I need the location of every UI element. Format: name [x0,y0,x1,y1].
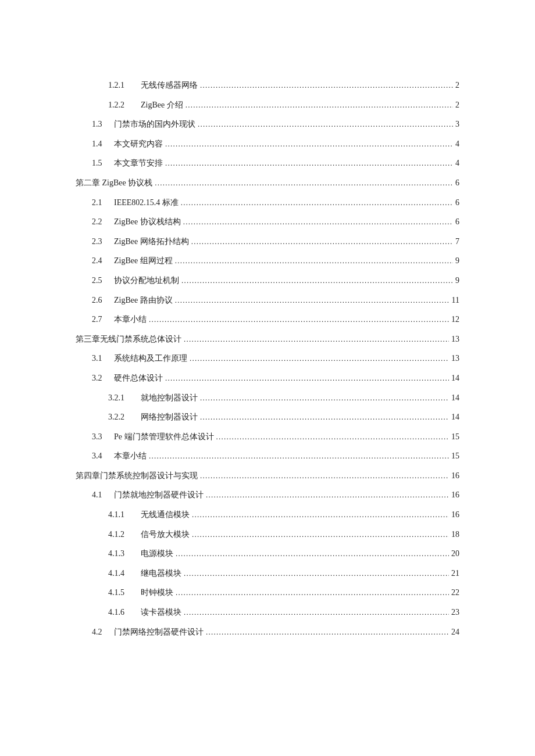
toc-entry-page: 22 [449,583,459,603]
toc-leader-dots [176,544,449,564]
toc-entry-number: 1.2.1 [108,76,141,95]
toc-entry-label: 门禁就地控制器硬件设计 [114,485,206,505]
toc-entry: 2.3ZigBee 网络拓扑结构7 [76,232,459,252]
toc-entry-label: 第四章门禁系统控制器设计与实现 [76,466,200,486]
toc-entry: 4.1.6读卡器模块23 [76,603,459,622]
toc-leader-dots [190,349,449,368]
toc-entry-page: 4 [453,134,459,154]
toc-entry-page: 15 [449,446,459,466]
toc-entry-label: ZigBee 介绍 [141,95,186,115]
toc-entry-number: 4.1.1 [108,505,141,525]
toc-leader-dots [200,76,453,95]
toc-entry: 4.1.2信号放大模块18 [76,525,459,544]
toc-leader-dots [192,525,449,544]
toc-entry-page: 2 [453,76,459,95]
toc-entry-label: 信号放大模块 [141,525,192,544]
toc-entry-label: 本章小结 [114,310,149,329]
toc-entry-page: 13 [449,329,459,349]
toc-entry-number: 1.4 [92,134,114,154]
toc-entry: 3.2硬件总体设计14 [76,368,459,388]
toc-entry: 4.2门禁网络控制器硬件设计24 [76,622,459,642]
toc-entry: 2.5协议分配地址机制9 [76,271,459,291]
toc-entry-page: 13 [449,349,459,368]
toc-entry: 4.1.5时钟模块22 [76,583,459,603]
toc-entry-label: 硬件总体设计 [114,368,165,388]
toc-leader-dots [165,368,449,388]
toc-entry-number: 1.3 [92,114,114,134]
toc-entry-page: 14 [449,407,459,427]
toc-entry: 3.1系统结构及工作原理13 [76,349,459,368]
toc-leader-dots [192,505,449,525]
toc-entry-label: 无线通信模块 [141,505,192,525]
toc-entry-number: 3.2 [92,368,114,388]
toc-entry-page: 12 [449,310,459,329]
toc-entry-number: 4.1.2 [108,525,141,544]
toc-leader-dots [200,388,449,408]
toc-entry-page: 20 [449,544,459,564]
toc-entry: 4.1门禁就地控制器硬件设计16 [76,485,459,505]
toc-entry: 4.1.3电源模块20 [76,544,459,564]
table-of-contents: 1.2.1无线传感器网络21.2.2ZigBee 介绍21.3门禁市场的国内外现… [76,76,459,642]
toc-entry-label: 本文章节安排 [114,153,165,173]
toc-entry-label: ZigBee 协议栈结构 [114,212,183,232]
toc-entry-label: Pe 端门禁管理软件总体设计 [114,427,216,447]
toc-entry-label: 时钟模块 [141,583,176,603]
toc-entry: 1.5本文章节安排4 [76,153,459,173]
toc-leader-dots [198,114,453,134]
toc-entry-number: 2.2 [92,212,114,232]
toc-leader-dots [181,193,453,213]
toc-leader-dots [149,310,449,329]
toc-entry: 3.2.2网络控制器设计14 [76,407,459,427]
toc-leader-dots [181,271,453,291]
toc-entry: 2.6ZigBee 路由协议11 [76,291,459,310]
toc-leader-dots [216,427,450,447]
toc-leader-dots [165,134,453,154]
toc-leader-dots [191,232,453,252]
toc-entry-number: 2.6 [92,291,114,310]
toc-entry-label: 继电器模块 [141,564,184,583]
toc-entry: 1.3门禁市场的国内外现状3 [76,114,459,134]
toc-entry-label: 本文研究内容 [114,134,165,154]
toc-entry: 2.7本章小结12 [76,310,459,329]
toc-entry-page: 14 [449,388,459,408]
toc-entry-label: 第三章无线门禁系统总体设计 [76,329,184,349]
toc-entry: 1.2.1无线传感器网络2 [76,76,459,95]
toc-leader-dots [175,291,450,310]
toc-leader-dots [184,603,449,622]
toc-entry-page: 16 [449,466,459,486]
toc-entry-page: 6 [453,173,459,193]
toc-entry-page: 6 [453,193,459,213]
toc-entry-label: 读卡器模块 [141,603,184,622]
toc-entry-label: 电源模块 [141,544,176,564]
toc-entry-number: 4.1 [92,485,114,505]
toc-leader-dots [149,446,449,466]
toc-leader-dots [186,95,453,115]
toc-entry-label: 协议分配地址机制 [114,271,181,291]
toc-entry-page: 9 [453,251,459,271]
toc-entry-number: 4.1.6 [108,603,141,622]
toc-entry-page: 4 [453,153,459,173]
toc-entry-number: 4.1.5 [108,583,141,603]
toc-entry-label: ZigBee 网络拓扑结构 [114,232,191,252]
toc-entry: 4.1.4继电器模块21 [76,564,459,583]
toc-entry: 3.2.1就地控制器设计14 [76,388,459,408]
toc-entry-page: 23 [449,603,459,622]
toc-leader-dots [175,251,453,271]
toc-entry-number: 2.3 [92,232,114,252]
toc-entry: 第四章门禁系统控制器设计与实现16 [76,466,459,486]
toc-entry-number: 1.5 [92,153,114,173]
toc-entry-number: 3.4 [92,446,114,466]
toc-entry-number: 3.2.1 [108,388,141,408]
toc-entry-page: 11 [450,291,459,310]
toc-entry-number: 3.1 [92,349,114,368]
toc-entry-label: ZigBee 组网过程 [114,251,175,271]
toc-leader-dots [206,622,449,642]
toc-entry-label: 本章小结 [114,446,149,466]
toc-entry: 3.4本章小结15 [76,446,459,466]
toc-entry: 第二章 ZigBee 协议栈6 [76,173,459,193]
toc-entry-number: 2.4 [92,251,114,271]
toc-entry: 2.1IEEE802.15.4 标准6 [76,193,459,213]
toc-entry-label: IEEE802.15.4 标准 [114,193,181,213]
toc-entry-label: 第二章 ZigBee 协议栈 [76,173,155,193]
toc-entry-page: 16 [449,505,459,525]
